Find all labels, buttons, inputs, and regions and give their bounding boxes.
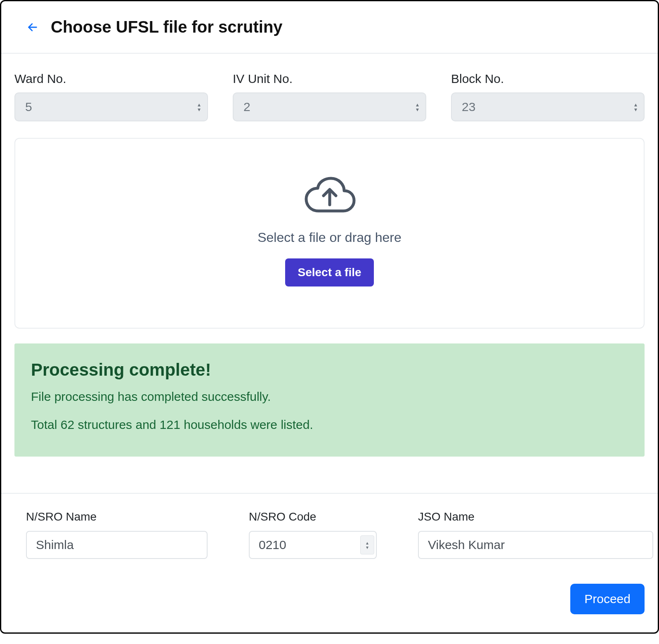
jso-name-input[interactable] bbox=[418, 531, 653, 559]
block-select[interactable]: 23 ▴▾ bbox=[451, 92, 645, 121]
select-file-button[interactable]: Select a file bbox=[285, 258, 373, 286]
ward-select[interactable]: 5 ▴▾ bbox=[14, 92, 208, 121]
dropzone-text: Select a file or drag here bbox=[257, 230, 402, 245]
sro-code-field: N/SRO Code ▴▾ bbox=[249, 510, 377, 559]
ward-label: Ward No. bbox=[14, 72, 208, 86]
status-banner: Processing complete! File processing has… bbox=[14, 343, 645, 457]
status-line-2: Total 62 structures and 121 households w… bbox=[31, 418, 628, 432]
sro-name-field: N/SRO Name bbox=[26, 510, 208, 559]
status-line-1: File processing has completed successful… bbox=[31, 390, 628, 404]
iv-unit-label: IV Unit No. bbox=[233, 72, 426, 86]
page-title: Choose UFSL file for scrutiny bbox=[51, 18, 283, 36]
stepper-icon[interactable]: ▴▾ bbox=[360, 535, 374, 554]
bottom-section: N/SRO Name N/SRO Code ▴▾ JSO Name bbox=[1, 494, 658, 575]
action-row: Proceed bbox=[1, 575, 658, 632]
cloud-upload-icon bbox=[303, 176, 357, 217]
jso-name-field: JSO Name bbox=[418, 510, 653, 559]
sro-code-label: N/SRO Code bbox=[249, 510, 377, 523]
block-label: Block No. bbox=[451, 72, 645, 86]
top-field-row: Ward No. 5 ▴▾ IV Unit No. 2 ▴▾ bbox=[14, 72, 645, 121]
main-content: Ward No. 5 ▴▾ IV Unit No. 2 ▴▾ bbox=[1, 54, 658, 470]
sro-name-input[interactable] bbox=[26, 531, 208, 559]
chevrons-icon: ▴▾ bbox=[416, 102, 419, 111]
file-dropzone[interactable]: Select a file or drag here Select a file bbox=[14, 138, 645, 329]
ward-field: Ward No. 5 ▴▾ bbox=[14, 72, 208, 121]
header-bar: Choose UFSL file for scrutiny bbox=[1, 1, 658, 53]
iv-unit-value: 2 bbox=[243, 100, 250, 114]
sro-code-input[interactable] bbox=[249, 531, 377, 559]
jso-name-label: JSO Name bbox=[418, 510, 653, 523]
iv-unit-select[interactable]: 2 ▴▾ bbox=[233, 92, 426, 121]
block-value: 23 bbox=[462, 100, 475, 114]
sro-name-label: N/SRO Name bbox=[26, 510, 208, 523]
bottom-field-row: N/SRO Name N/SRO Code ▴▾ JSO Name bbox=[26, 510, 633, 559]
back-icon[interactable] bbox=[26, 21, 39, 34]
proceed-button[interactable]: Proceed bbox=[570, 584, 645, 614]
chevrons-icon: ▴▾ bbox=[634, 102, 637, 111]
app-window: Choose UFSL file for scrutiny Ward No. 5… bbox=[0, 0, 659, 634]
block-field: Block No. 23 ▴▾ bbox=[451, 72, 645, 121]
status-title: Processing complete! bbox=[31, 360, 628, 380]
chevrons-icon: ▴▾ bbox=[198, 102, 201, 111]
ward-value: 5 bbox=[25, 100, 32, 114]
iv-unit-field: IV Unit No. 2 ▴▾ bbox=[233, 72, 426, 121]
